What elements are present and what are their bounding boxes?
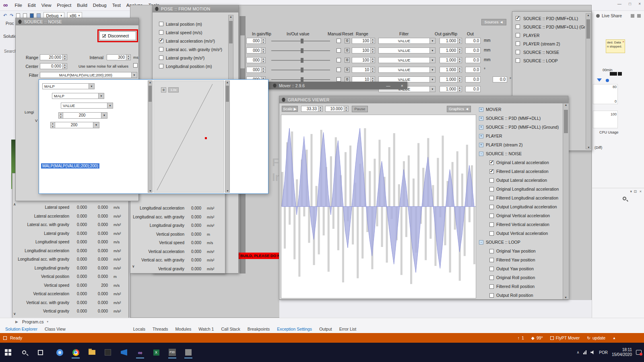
menu-item[interactable]: Project: [54, 3, 74, 8]
tree-expand-toggle[interactable]: -: [479, 240, 483, 245]
new-file-icon[interactable]: [16, 13, 20, 18]
form-scrollbar[interactable]: ▲▼: [148, 80, 153, 193]
filter-level3-dropdown[interactable]: VALUE▼: [61, 103, 113, 109]
out-gain-spinner[interactable]: 1.000▴▾: [440, 38, 462, 44]
tree-item-checkbox[interactable]: [489, 196, 494, 200]
tree-item-checkbox[interactable]: [489, 214, 494, 218]
same-noise-checkbox[interactable]: [133, 63, 138, 68]
slider-handle[interactable]: [301, 48, 303, 53]
menu-item[interactable]: File: [12, 3, 25, 8]
debug-window-tab[interactable]: Breakpoints: [244, 327, 273, 331]
tree-item-checkbox[interactable]: [489, 178, 494, 183]
filter-level1-dropdown[interactable]: MALP▼: [42, 83, 95, 89]
notification-close-icon[interactable]: ×: [622, 40, 624, 44]
tree-scrollbar[interactable]: ▲▼: [563, 103, 569, 299]
action-center-icon[interactable]: [636, 350, 642, 355]
menu-item[interactable]: Test: [109, 3, 124, 8]
visual-studio-icon[interactable]: ∞: [135, 347, 145, 358]
pose-option-checkbox[interactable]: [159, 22, 163, 26]
in-gain-spinner[interactable]: 000▴▾: [246, 57, 266, 63]
chrome-icon[interactable]: [71, 347, 80, 358]
graphics-collapse-button[interactable]: Graphics ◄: [447, 106, 471, 112]
tree-expand-toggle[interactable]: -: [479, 152, 483, 156]
in-gain-spinner[interactable]: 000▴▾: [246, 67, 266, 73]
filter-funnel-icon[interactable]: [597, 78, 602, 82]
noise-title-bar[interactable]: SOURCE :: NOISE: [16, 18, 138, 25]
reset-button[interactable]: 0: [345, 48, 350, 53]
scale-x-spinner[interactable]: 33.33▴▾: [301, 106, 323, 112]
scale-y-spinner[interactable]: 10.000▴▾: [325, 106, 349, 112]
tree-expand-toggle[interactable]: +: [479, 143, 483, 147]
navigate-back-icon[interactable]: ↶: [3, 13, 7, 18]
filter-param1-spinner[interactable]: ▴▾200▼: [58, 112, 107, 119]
center-spinner[interactable]: 0.000▴▾: [40, 63, 67, 69]
mover-close-icon[interactable]: ×: [401, 83, 403, 88]
tree-item-checkbox[interactable]: [489, 169, 494, 174]
file-explorer-icon[interactable]: [87, 347, 97, 358]
tree-item-checkbox[interactable]: [489, 160, 494, 165]
inout-slider[interactable]: [271, 67, 330, 73]
range-spinner[interactable]: 100▴▾: [352, 38, 375, 44]
debug-window-tab[interactable]: Exception Settings: [273, 327, 316, 331]
volume-icon[interactable]: [590, 350, 595, 354]
debug-window-tab[interactable]: Watch 1: [195, 327, 217, 331]
feedback-icon[interactable]: [631, 14, 634, 18]
chromium-icon[interactable]: [55, 347, 64, 358]
clock[interactable]: 18:1115/04/2020: [612, 348, 632, 357]
branch-status[interactable]: ↻update: [587, 335, 605, 340]
range-spinner[interactable]: 10▴▾: [352, 67, 375, 73]
tray-expand-icon[interactable]: ∧: [577, 350, 580, 354]
sources-collapse-button[interactable]: Sources ◄: [481, 19, 506, 25]
tree-item-checkbox[interactable]: [489, 293, 494, 298]
tree-item-checkbox[interactable]: [489, 222, 494, 227]
diagnostics-timeline[interactable]: [610, 72, 622, 76]
repo-status[interactable]: FlyPT Mover: [550, 335, 580, 340]
taskbar-search-icon[interactable]: [19, 347, 29, 358]
save-all-icon[interactable]: [37, 13, 41, 18]
manual-checkbox[interactable]: [336, 39, 341, 43]
language-indicator[interactable]: POR: [599, 350, 608, 355]
tree-item-checkbox[interactable]: [489, 249, 494, 253]
reset-button[interactable]: 0: [345, 58, 350, 63]
tree-expand-toggle[interactable]: +: [479, 134, 483, 138]
filter-level2-dropdown[interactable]: MALP▼: [52, 93, 104, 99]
breadcrumb-chevron-icon[interactable]: ▾: [47, 320, 49, 323]
vscode-icon[interactable]: [119, 347, 129, 358]
reset-button[interactable]: 0: [345, 67, 350, 72]
in-gain-spinner[interactable]: 000▴▾: [246, 38, 266, 44]
out-gain-spinner[interactable]: 1.000▴▾: [440, 86, 462, 92]
mover-app-icon[interactable]: [184, 347, 193, 358]
inout-slider[interactable]: [271, 48, 330, 53]
pose-option-checkbox[interactable]: [159, 64, 163, 68]
graph-zero-button[interactable]: 0: [161, 87, 166, 93]
connected-checkbox[interactable]: [102, 34, 106, 38]
tree-item-checkbox[interactable]: [489, 267, 494, 271]
pose-option-checkbox[interactable]: [159, 30, 163, 35]
range-spinner[interactable]: 100▴▾: [352, 47, 375, 53]
tree-item-checkbox[interactable]: [489, 284, 494, 289]
tool-window-tab[interactable]: Class View: [41, 327, 69, 331]
pose-option-checkbox[interactable]: [159, 39, 163, 43]
tree-item-checkbox[interactable]: [489, 187, 494, 191]
breadcrumb-arrow-icon[interactable]: ▶: [15, 320, 18, 324]
tree-item-checkbox[interactable]: [489, 276, 494, 280]
manual-checkbox[interactable]: [336, 77, 341, 82]
close-window-icon[interactable]: ×: [638, 2, 641, 6]
param-dropdown-icon[interactable]: ▼: [101, 113, 107, 118]
manual-checkbox[interactable]: [336, 68, 341, 72]
menu-item[interactable]: Edit: [25, 3, 39, 8]
panel-menu-icon[interactable]: ▾: [630, 189, 632, 193]
slider-handle[interactable]: [301, 58, 303, 63]
debug-window-tab[interactable]: Output: [316, 327, 336, 331]
in-gain-spinner[interactable]: 000▴▾: [246, 47, 266, 53]
pause-button[interactable]: Pause: [352, 106, 368, 112]
graph-point[interactable]: [205, 137, 207, 139]
restore-window-icon[interactable]: □: [629, 2, 631, 6]
filter-expression-selected[interactable]: MALP(MALP(VALUE;200);200): [41, 163, 99, 169]
range-spinner[interactable]: 100▴▾: [352, 57, 375, 63]
graphics-title-bar[interactable]: GRAPHICS VIEWER: [279, 96, 568, 103]
terminal-icon[interactable]: [103, 347, 113, 358]
out-gain-spinner[interactable]: 1.000▴▾: [440, 47, 462, 53]
scale-button[interactable]: Scale ▶: [282, 106, 298, 112]
source-checkbox[interactable]: [516, 41, 520, 46]
